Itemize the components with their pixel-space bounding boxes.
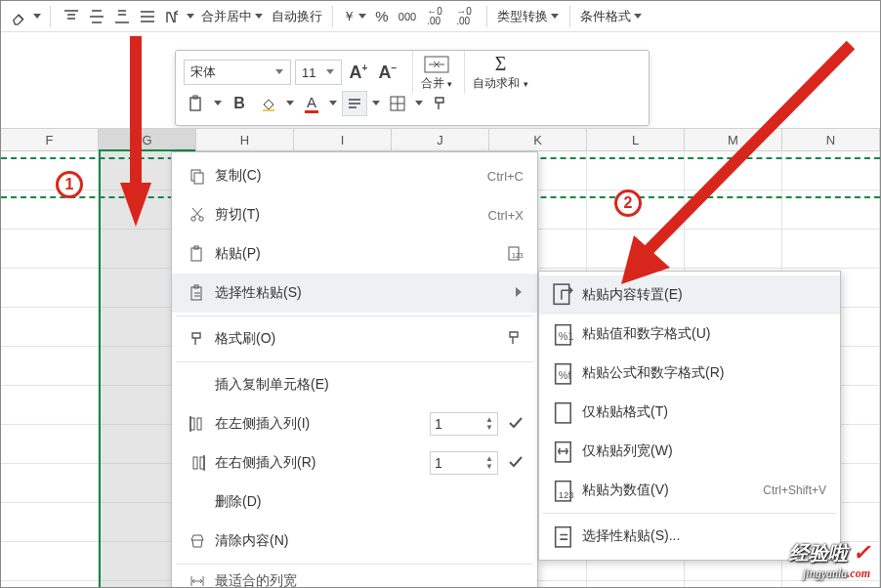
shrink-font-icon[interactable]: A− [375,60,400,85]
font-color-icon[interactable]: A [299,91,324,116]
format-painter-icon [506,329,524,350]
insert-right-icon [184,454,211,472]
font-name-combo[interactable]: 宋体 [184,60,291,85]
as-value-icon: 123 [551,477,578,504]
fill-color-icon[interactable] [256,91,281,116]
check-icon[interactable] [502,416,524,433]
menu-paste[interactable]: 粘贴(P) 123 [172,234,537,273]
submenu-label: 仅粘贴格式(T) [578,403,826,421]
col-header[interactable]: H [196,129,294,150]
insert-right-count[interactable]: 1▲▼ [430,451,502,475]
chevron-down-icon[interactable] [186,14,195,20]
align-middle-icon[interactable] [84,4,109,29]
chevron-down-icon[interactable] [414,101,424,106]
menu-delete[interactable]: 删除(D) [172,483,537,522]
chevron-down-icon[interactable] [213,101,223,106]
insert-left-icon [184,415,211,433]
svg-text:123: 123 [559,490,574,500]
menu-label: 粘贴(P) [211,245,506,263]
percent-icon[interactable]: % [369,4,395,29]
menu-clear[interactable]: 清除内容(N) [172,522,537,561]
menu-label: 最适合的列宽 [211,572,524,588]
paste-values-icon: 123 [506,244,524,265]
format-painter-icon [184,330,211,348]
svg-point-8 [199,217,203,221]
merge-button[interactable]: 合并 ▾ [421,54,452,92]
autosum-button[interactable]: Σ 自动求和 ▾ [473,54,527,92]
chevron-down-icon[interactable] [371,101,381,106]
type-convert-button[interactable]: 类型转换 [495,8,562,25]
font-name-value: 宋体 [190,63,216,81]
col-header[interactable]: K [489,129,587,150]
submenu-values-format[interactable]: %1 粘贴值和数字格式(U) [539,315,840,354]
col-header[interactable]: I [294,129,392,150]
menu-label: 选择性粘贴(S) [211,284,506,302]
menu-label: 剪切(T) [211,206,449,224]
svg-rect-16 [197,418,201,430]
submenu-as-value[interactable]: 123 粘贴为数值(V) Ctrl+Shift+V [539,471,840,510]
menu-label: 格式刷(O) [211,330,506,348]
menu-format-painter[interactable]: 格式刷(O) [172,319,537,358]
menu-col-width[interactable]: 最适合的列宽 [172,567,537,588]
menu-insert-right[interactable]: 在右侧插入列(R) 1▲▼ [172,443,537,483]
submenu-label: 仅粘贴列宽(W) [578,442,826,460]
menu-label: 在右侧插入列(R) [211,454,430,472]
menu-insert-copied[interactable]: 插入复制单元格(E) [172,365,537,404]
chevron-right-icon [506,285,524,301]
orientation-icon[interactable] [160,4,186,29]
wrap-text-button[interactable]: 自动换行 [270,8,324,25]
chevron-down-icon[interactable] [32,14,42,20]
insert-left-count[interactable]: 1▲▼ [430,412,502,436]
submenu-format-only[interactable]: 仅粘贴格式(T) [539,393,840,432]
check-icon[interactable] [502,455,524,472]
col-header[interactable]: J [392,129,489,150]
conditional-format-button[interactable]: 条件格式 [578,8,645,25]
format-painter-icon[interactable] [428,91,453,116]
eraser-icon[interactable] [7,4,32,29]
menu-copy[interactable]: 复制(C) Ctrl+C [172,156,537,195]
values-format-icon: %1 [551,320,578,348]
watermark: 经验啦 ✓ jingyanla.com [789,540,870,581]
cut-icon [184,206,211,224]
chevron-down-icon[interactable] [328,101,338,106]
menu-cut[interactable]: 剪切(T) Ctrl+X [172,195,537,234]
currency-icon[interactable]: ￥ [341,8,369,25]
menu-label: 删除(D) [211,493,524,511]
copy-icon [184,167,211,185]
ribbon: 合并居中 自动换行 ￥ % 000 ←0.00 →0.00 类型转换 条件格式 [1,1,880,32]
comma-style-icon[interactable]: 000 [395,4,420,29]
formula-format-icon: %f [551,359,578,387]
merge-center-button[interactable]: 合并居中 [199,8,266,25]
svg-rect-17 [193,457,197,469]
decrease-decimal-icon[interactable]: ←0.00 [420,4,449,29]
borders-icon[interactable] [385,91,410,116]
paste-icon [184,245,211,263]
col-header[interactable]: F [1,129,99,150]
justify-icon[interactable] [135,4,160,29]
bold-icon[interactable]: B [227,91,252,116]
align-icon[interactable] [342,91,367,116]
align-bottom-icon[interactable] [109,4,135,29]
menu-insert-left[interactable]: 在左侧插入列(I) 1▲▼ [172,404,537,443]
svg-rect-28 [556,527,571,547]
clear-icon [184,532,211,550]
shortcut-text: Ctrl+C [449,169,524,184]
svg-rect-1 [190,98,200,110]
submenu-label: 粘贴为数值(V) [578,482,763,499]
menu-label: 插入复制单元格(E) [211,376,524,394]
font-size-combo[interactable]: 11 [295,60,342,85]
paste-icon[interactable] [184,91,209,116]
svg-text:%f: %f [559,369,572,381]
increase-decimal-icon[interactable]: →0.00 [449,4,479,29]
grow-font-icon[interactable]: A+ [346,60,371,85]
submenu-col-width[interactable]: 仅粘贴列宽(W) [539,432,840,471]
submenu-formula-format[interactable]: %f 粘贴公式和数字格式(R) [539,354,840,393]
svg-text:123: 123 [512,252,524,259]
paste-special-icon [551,523,578,550]
col-width-paste-icon [551,438,578,465]
paste-special-submenu: 粘贴内容转置(E) %1 粘贴值和数字格式(U) %f 粘贴公式和数字格式(R)… [538,271,841,561]
align-top-icon[interactable] [59,4,84,29]
chevron-down-icon[interactable] [285,101,295,106]
annotation-circle-1: 1 [56,171,83,198]
menu-paste-special[interactable]: 选择性粘贴(S) [172,273,537,313]
